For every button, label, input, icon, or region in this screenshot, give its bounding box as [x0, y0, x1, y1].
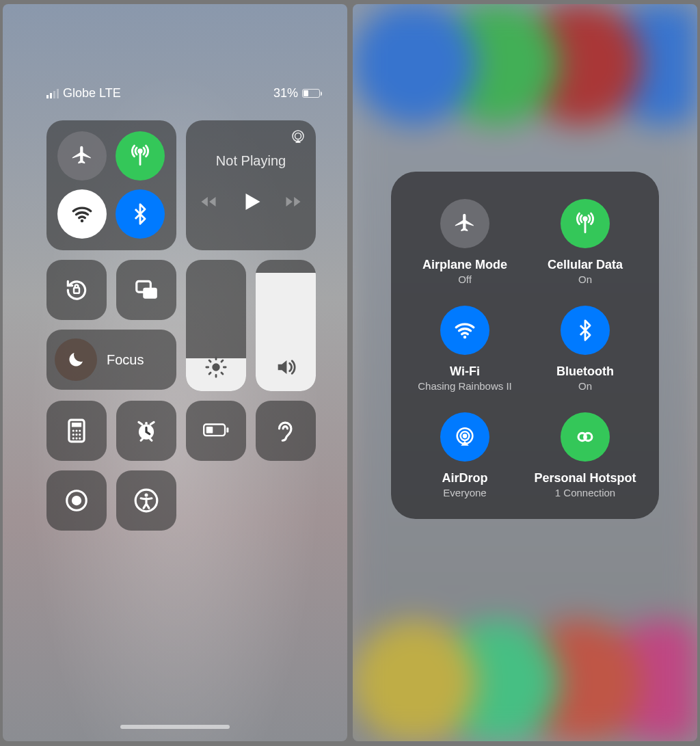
wifi-icon [70, 202, 94, 226]
svg-point-28 [584, 217, 587, 221]
svg-point-17 [75, 438, 77, 440]
airdrop-sub: Everyone [405, 487, 525, 498]
screen-mirroring-button[interactable] [116, 260, 176, 320]
svg-point-18 [79, 438, 81, 440]
ear-icon [273, 418, 299, 444]
bluetooth-icon [574, 319, 597, 342]
hotspot-title: Personal Hotspot [525, 471, 645, 485]
alarm-button[interactable] [116, 401, 176, 461]
rewind-button[interactable] [199, 192, 218, 214]
calculator-icon [64, 418, 90, 444]
wifi-sub: Chasing Rainbows II [405, 380, 525, 392]
svg-point-7 [212, 363, 219, 371]
alarm-clock-icon [133, 418, 159, 444]
cellular-signal-icon [46, 89, 59, 98]
connectivity-panel[interactable]: Airplane Mode Off Cellular Data On Wi-Fi… [391, 172, 659, 519]
accessibility-shortcut-button[interactable] [116, 470, 176, 531]
connectivity-tile[interactable] [46, 120, 176, 250]
svg-rect-9 [72, 423, 81, 427]
svg-rect-22 [206, 427, 213, 434]
bluetooth-cell[interactable]: Bluetooth On [525, 306, 645, 392]
accessibility-icon [133, 488, 159, 514]
cellular-data-toggle[interactable] [116, 131, 165, 181]
orientation-lock-button[interactable] [46, 260, 107, 320]
svg-point-13 [72, 434, 75, 436]
focus-button[interactable]: Focus [46, 330, 176, 390]
airplane-mode-toggle[interactable] [57, 131, 107, 181]
screen-record-button[interactable] [46, 470, 107, 531]
battery-icon [302, 89, 320, 98]
svg-point-14 [75, 434, 77, 436]
low-power-mode-button[interactable] [186, 401, 246, 461]
svg-point-16 [72, 438, 75, 440]
volume-slider[interactable] [256, 260, 316, 391]
cellular-sub: On [525, 274, 645, 285]
bluetooth-title: Bluetooth [525, 364, 645, 379]
airplane-icon [453, 212, 476, 235]
svg-point-15 [79, 434, 81, 436]
airplane-title: Airplane Mode [405, 258, 525, 272]
wifi-icon [453, 319, 476, 342]
wifi-toggle[interactable] [57, 189, 107, 239]
connectivity-expanded-screen: Airplane Mode Off Cellular Data On Wi-Fi… [353, 4, 697, 741]
media-tile[interactable]: Not Playing [186, 120, 316, 250]
svg-point-10 [72, 429, 75, 431]
wifi-title: Wi-Fi [405, 364, 525, 379]
airplane-mode-cell[interactable]: Airplane Mode Off [405, 199, 525, 285]
svg-point-27 [144, 494, 148, 497]
svg-point-25 [72, 496, 81, 505]
status-bar: Globe LTE 31% [46, 86, 320, 101]
home-indicator[interactable] [120, 725, 230, 729]
svg-point-32 [463, 434, 466, 437]
low-power-icon [203, 418, 229, 444]
svg-point-12 [79, 429, 81, 431]
svg-point-20 [145, 422, 148, 425]
orientation-lock-icon [64, 277, 90, 303]
airdrop-cell[interactable]: AirDrop Everyone [405, 412, 525, 498]
calculator-button[interactable] [46, 401, 107, 461]
svg-rect-23 [226, 427, 228, 432]
svg-point-3 [295, 133, 301, 139]
bluetooth-icon [129, 202, 152, 226]
airplay-icon[interactable] [290, 129, 306, 145]
airplane-icon [70, 144, 94, 168]
record-icon [64, 488, 90, 514]
cellular-title: Cellular Data [525, 258, 645, 272]
wifi-cell[interactable]: Wi-Fi Chasing Rainbows II [405, 306, 525, 392]
hotspot-sub: 1 Connection [525, 487, 645, 498]
svg-rect-6 [143, 288, 157, 299]
control-center-screen: Globe LTE 31% [3, 4, 347, 741]
battery-percent-label: 31% [273, 86, 298, 101]
bluetooth-toggle[interactable] [116, 189, 165, 239]
hearing-button[interactable] [256, 401, 316, 461]
svg-point-11 [75, 429, 77, 431]
airdrop-icon [453, 425, 476, 449]
svg-point-1 [81, 219, 84, 223]
brightness-slider[interactable] [186, 260, 246, 391]
screen-mirroring-icon [133, 277, 159, 303]
antenna-icon [574, 212, 597, 235]
play-button[interactable] [239, 189, 263, 217]
hotspot-cell[interactable]: Personal Hotspot 1 Connection [525, 412, 645, 498]
bluetooth-sub: On [525, 380, 645, 392]
now-playing-label: Not Playing [186, 153, 316, 169]
volume-icon [274, 356, 297, 379]
airplane-sub: Off [405, 274, 525, 285]
svg-point-29 [463, 336, 467, 339]
airdrop-title: AirDrop [405, 471, 525, 485]
moon-icon [66, 349, 86, 370]
hotspot-icon [574, 425, 597, 449]
svg-point-0 [139, 150, 142, 153]
carrier-label: Globe LTE [63, 86, 121, 101]
forward-button[interactable] [284, 192, 303, 214]
focus-label: Focus [107, 352, 144, 368]
svg-rect-4 [74, 288, 79, 293]
cellular-data-cell[interactable]: Cellular Data On [525, 199, 645, 285]
brightness-icon [204, 356, 228, 379]
antenna-icon [129, 144, 152, 168]
